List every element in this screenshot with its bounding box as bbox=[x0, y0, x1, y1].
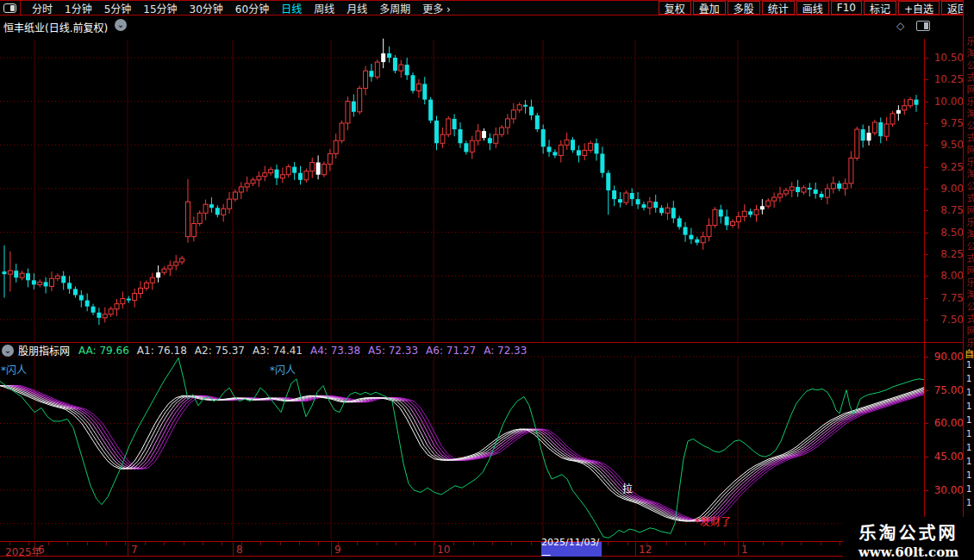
diamond-icon[interactable]: ◇ bbox=[896, 20, 904, 32]
chevron-down-icon[interactable]: ⌄ bbox=[115, 19, 127, 31]
axis-tick bbox=[106, 542, 107, 545]
clipped-digit: 1 bbox=[966, 484, 971, 494]
date-axis[interactable]: 2025年6789101212025/11/03/一 bbox=[0, 541, 974, 557]
price-label: 10.25 bbox=[926, 73, 964, 85]
clipped-digit: 1 bbox=[966, 498, 971, 507]
vertical-watermark-text: 乐淘公式网乐淘公式网乐淘公式网乐淘公式网乐淘公式网乐淘 bbox=[965, 36, 974, 362]
month-gridline bbox=[233, 542, 234, 557]
price-label: 8.25 bbox=[926, 248, 964, 260]
action-button-5[interactable]: 画线 bbox=[796, 1, 829, 15]
period-menu: 分时1分钟5分钟15分钟30分钟60分钟日线周线月线多周期更多 › bbox=[26, 1, 457, 16]
clipped-digit: 1 bbox=[966, 457, 971, 466]
action-button-6[interactable]: F10 bbox=[831, 1, 862, 15]
axis-tick bbox=[260, 542, 261, 545]
action-button-2[interactable]: 叠加 bbox=[693, 1, 726, 15]
axis-tick bbox=[318, 542, 319, 545]
watermark-name: 乐淘公式网 bbox=[843, 520, 974, 544]
axis-tick bbox=[396, 542, 396, 545]
price-label: 9.75 bbox=[926, 117, 964, 129]
axis-tick bbox=[453, 542, 454, 545]
period-tab-1[interactable]: 分时 bbox=[26, 1, 59, 16]
axis-tick bbox=[821, 542, 821, 545]
clipped-digit: 1 bbox=[966, 429, 971, 439]
app-window: 分时1分钟5分钟15分钟30分钟60分钟日线周线月线多周期更多 › 复权叠加多股… bbox=[0, 0, 974, 560]
month-gridline bbox=[34, 542, 35, 557]
axis-tick bbox=[357, 542, 358, 545]
clipped-digit: 1 bbox=[966, 374, 971, 383]
period-tab-10[interactable]: 多周期 bbox=[373, 1, 416, 16]
action-button-7[interactable]: 标记 bbox=[864, 1, 896, 15]
period-tab-7[interactable]: 日线 bbox=[275, 1, 308, 16]
axis-tick bbox=[511, 542, 512, 545]
page-title: 恒丰纸业(日线.前复权) bbox=[3, 20, 108, 34]
right-edge-strip: 乐淘公式网乐淘公式网乐淘公式网乐淘公式网乐淘公式网乐淘 自 1111111111… bbox=[963, 0, 974, 560]
selected-date-chip[interactable]: 2025/11/03/一 bbox=[541, 542, 602, 557]
indicator-axis-label: 75.00 bbox=[926, 384, 964, 396]
action-button-4[interactable]: 统计 bbox=[762, 1, 795, 15]
axis-tick bbox=[28, 542, 29, 545]
price-label: 9.00 bbox=[926, 183, 964, 195]
month-label: 1 bbox=[741, 544, 748, 556]
price-label: 10.50 bbox=[926, 52, 964, 64]
axis-tick bbox=[415, 542, 415, 545]
month-label: 7 bbox=[131, 544, 138, 556]
month-label: 8 bbox=[236, 544, 243, 556]
action-menu: 复权叠加多股统计画线F10标记+自选返回 bbox=[657, 1, 974, 15]
indicator-values: AA: 79.66A1: 76.18A2: 75.37A3: 74.41A4: … bbox=[78, 345, 534, 357]
period-tab-4[interactable]: 15分钟 bbox=[137, 1, 183, 16]
period-tab-9[interactable]: 月线 bbox=[340, 1, 373, 16]
action-button-8[interactable]: +自选 bbox=[898, 1, 940, 15]
indicator-axis-label: 30.00 bbox=[926, 484, 964, 496]
month-label: 10 bbox=[437, 544, 450, 556]
indicator-axis-label: 60.00 bbox=[926, 417, 964, 429]
collapse-chevron-icon[interactable]: ⌄ bbox=[2, 345, 14, 357]
indicator-value-A1: A1: 76.18 bbox=[137, 345, 187, 357]
axis-tick bbox=[685, 542, 686, 545]
axis-tick bbox=[627, 542, 628, 545]
axis-tick bbox=[299, 542, 300, 545]
axis-tick bbox=[666, 542, 667, 545]
axis-line bbox=[924, 39, 925, 557]
indicator-value-AA: AA: 79.66 bbox=[78, 345, 129, 357]
axis-tick bbox=[203, 542, 203, 545]
indicator-header: ⌄ 股朋指标网 AA: 79.66A1: 76.18A2: 75.37A3: 7… bbox=[0, 344, 924, 357]
candlestick-chart[interactable] bbox=[0, 39, 929, 343]
period-tab-5[interactable]: 30分钟 bbox=[184, 1, 229, 16]
indicator-value-A4: A4: 73.38 bbox=[310, 345, 360, 357]
period-tab-11[interactable]: 更多 › bbox=[416, 1, 457, 16]
price-label: 8.75 bbox=[926, 204, 964, 216]
period-tab-2[interactable]: 1分钟 bbox=[59, 1, 98, 16]
period-tab-3[interactable]: 5分钟 bbox=[98, 1, 138, 16]
price-label: 9.25 bbox=[926, 161, 964, 173]
axis-tick bbox=[125, 542, 126, 545]
indicator-chart[interactable] bbox=[0, 356, 929, 540]
price-label: 7.75 bbox=[926, 292, 964, 304]
month-gridline bbox=[434, 542, 434, 557]
axis-tick bbox=[704, 542, 705, 545]
signal-label-3: 拉 bbox=[622, 481, 633, 495]
action-button-3[interactable]: 多股 bbox=[727, 1, 760, 15]
year-label: 2025年 bbox=[5, 544, 42, 558]
axis-tick bbox=[763, 542, 764, 545]
action-button-1[interactable]: 复权 bbox=[659, 1, 691, 15]
axis-tick bbox=[377, 542, 378, 545]
layout-toggle-icon[interactable] bbox=[3, 3, 16, 13]
indicator-value-A6: A6: 71.27 bbox=[426, 345, 476, 357]
period-tab-6[interactable]: 60分钟 bbox=[229, 1, 275, 16]
axis-tick bbox=[492, 542, 493, 545]
price-label: 8.00 bbox=[926, 270, 964, 282]
period-tab-8[interactable]: 周线 bbox=[308, 1, 340, 16]
price-label: 10.00 bbox=[926, 96, 964, 108]
month-gridline bbox=[331, 542, 332, 557]
price-label: 9.50 bbox=[926, 139, 964, 151]
axis-tick bbox=[48, 542, 49, 545]
axis-tick bbox=[87, 542, 88, 545]
split-panel-icon[interactable] bbox=[916, 21, 930, 31]
axis-tick bbox=[9, 542, 10, 545]
clipped-tab-char: 自 bbox=[965, 346, 974, 360]
price-label: 7.50 bbox=[926, 314, 964, 326]
watermark-url: www.60lt.com bbox=[843, 544, 974, 560]
signal-label-1: *闪人 bbox=[1, 362, 27, 376]
month-gridline bbox=[128, 542, 128, 557]
signal-label-2: *闪人 bbox=[270, 362, 296, 376]
